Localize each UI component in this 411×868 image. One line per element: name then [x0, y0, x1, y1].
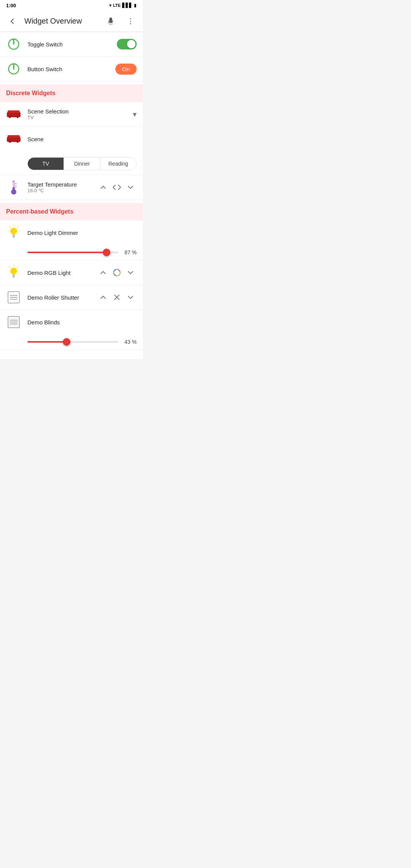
lte-icon: LTE [113, 3, 121, 8]
button-switch-label: Button Switch [27, 66, 109, 72]
scene-label: Scene [27, 136, 137, 142]
button-switch-on-button[interactable]: On [115, 64, 137, 75]
demo-blinds-icon [6, 314, 21, 330]
percent-widgets-section: Percent-based Widgets [0, 203, 143, 220]
blinds-value: 43 % [121, 339, 137, 345]
svg-line-32 [9, 266, 10, 267]
battery-icon: ▮ [134, 3, 137, 8]
scene-button-group: TV Dinner Reading [27, 157, 137, 170]
rgb-down-button[interactable] [124, 266, 137, 279]
wifi-icon: ▾ [109, 3, 112, 8]
svg-rect-23 [13, 235, 15, 238]
svg-rect-9 [9, 116, 11, 118]
svg-rect-12 [8, 135, 20, 137]
demo-light-dimmer-label: Demo Light Dimmer [27, 230, 137, 236]
temp-down-button[interactable] [124, 181, 137, 193]
svg-rect-18 [13, 187, 15, 190]
temperature-controls [97, 181, 137, 193]
scene-reading-button[interactable]: Reading [100, 158, 136, 170]
content-area: Toggle Switch Button Switch On Discrete … [0, 32, 143, 359]
scene-selection-dropdown[interactable]: ▾ [133, 110, 137, 119]
svg-point-22 [10, 228, 17, 235]
app-bar: Widget Overview [0, 11, 143, 32]
dimmer-slider[interactable] [27, 252, 118, 253]
page-title: Widget Overview [24, 17, 99, 26]
dimmer-value: 87 % [121, 249, 137, 255]
svg-point-29 [10, 268, 17, 274]
demo-light-dimmer-row: Demo Light Dimmer 87 % [0, 220, 143, 260]
status-time: 1:00 [6, 3, 16, 8]
signal-icon: ▋▋▋ [122, 3, 132, 8]
blinds-slider[interactable] [27, 341, 118, 343]
demo-blinds-row: Demo Blinds 43 % [0, 310, 143, 350]
rgb-up-button[interactable] [97, 266, 109, 279]
demo-rgb-light-row: Demo RGB Light [0, 260, 143, 285]
target-temperature-label: Target Temperature 16.0 °C [27, 181, 91, 193]
demo-rgb-light-icon [6, 265, 21, 280]
microphone-button[interactable] [103, 14, 118, 29]
svg-rect-7 [7, 112, 21, 117]
svg-rect-11 [7, 137, 21, 142]
svg-rect-13 [9, 140, 11, 143]
svg-line-25 [9, 227, 10, 227]
scene-selection-row: Scene Selection TV ▾ [0, 102, 143, 127]
scene-selection-icon [6, 107, 21, 122]
demo-roller-shutter-label: Demo Roller Shutter [27, 294, 91, 301]
roller-stop-button[interactable] [111, 291, 123, 303]
discrete-widgets-section: Discrete Widgets [0, 85, 143, 102]
roller-down-button[interactable] [124, 291, 137, 303]
svg-point-0 [130, 18, 131, 19]
target-temperature-icon [6, 180, 21, 195]
scene-icon [6, 131, 21, 147]
roller-up-button[interactable] [97, 291, 109, 303]
rgb-color-button[interactable] [111, 266, 123, 279]
svg-point-2 [130, 23, 131, 24]
scene-dinner-button[interactable]: Dinner [64, 158, 100, 170]
temp-code-button[interactable] [111, 181, 123, 193]
svg-rect-30 [13, 274, 15, 278]
chevron-down-icon[interactable]: ▾ [133, 110, 137, 119]
scene-row: Scene TV Dinner Reading [0, 127, 143, 175]
scene-tv-button[interactable]: TV [28, 158, 64, 170]
svg-line-33 [18, 266, 18, 267]
toggle-switch-label: Toggle Switch [27, 41, 111, 48]
button-switch-icon [6, 61, 21, 77]
svg-line-26 [18, 227, 18, 227]
temp-up-button[interactable] [97, 181, 109, 193]
target-temperature-row: Target Temperature 16.0 °C [0, 175, 143, 200]
demo-light-dimmer-icon [6, 225, 21, 240]
svg-point-1 [130, 21, 131, 22]
demo-blinds-label: Demo Blinds [27, 319, 137, 326]
svg-rect-14 [17, 140, 18, 143]
back-button[interactable] [5, 14, 20, 29]
svg-rect-10 [17, 116, 18, 118]
demo-roller-shutter-icon [6, 290, 21, 305]
scene-selection-label: Scene Selection TV [27, 108, 127, 120]
toggle-switch-input[interactable] [117, 39, 137, 49]
status-bar: 1:00 ▾ LTE ▋▋▋ ▮ [0, 0, 143, 11]
more-options-button[interactable] [123, 14, 138, 29]
rgb-light-controls [97, 266, 137, 279]
svg-rect-8 [8, 110, 20, 113]
toggle-switch-row: Toggle Switch [0, 32, 143, 57]
toggle-switch-icon [6, 37, 21, 52]
svg-point-35 [116, 271, 118, 274]
demo-roller-shutter-row: Demo Roller Shutter [0, 285, 143, 310]
roller-shutter-controls [97, 291, 137, 303]
toggle-switch-control[interactable] [117, 39, 137, 49]
status-icons: ▾ LTE ▋▋▋ ▮ [109, 3, 137, 8]
button-switch-row: Button Switch On [0, 57, 143, 81]
button-switch-control[interactable]: On [115, 64, 137, 75]
demo-rgb-light-label: Demo RGB Light [27, 270, 91, 276]
